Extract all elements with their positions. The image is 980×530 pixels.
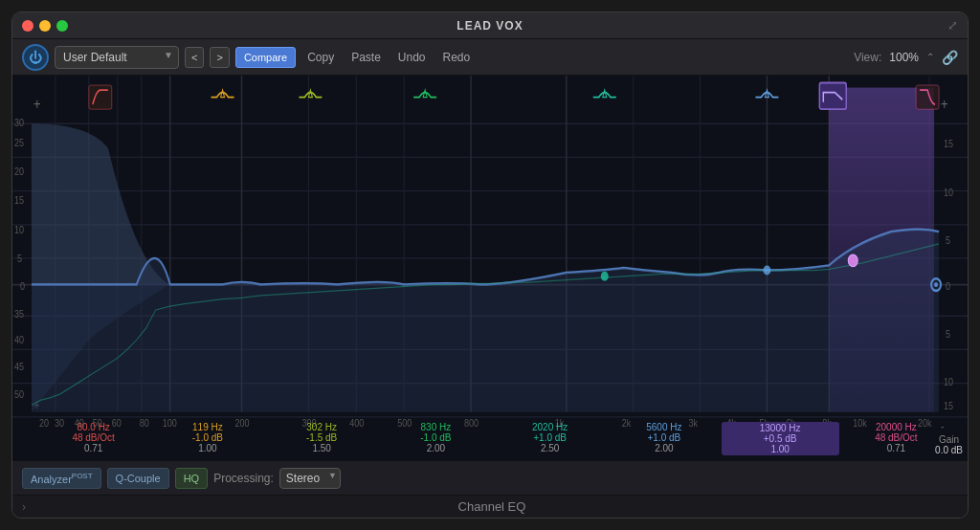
bottom-bar: AnalyzerPOST Q-Couple HQ Processing: Ste… <box>12 460 968 495</box>
band1-info[interactable]: 80.0 Hz 48 dB/Oct 0.71 <box>36 422 150 455</box>
band2-q: 1.00 <box>150 443 264 453</box>
band4-info[interactable]: 830 Hz -1.0 dB 2.00 <box>379 422 493 455</box>
analyzer-button[interactable]: AnalyzerPOST <box>22 468 101 489</box>
svg-point-71 <box>601 272 609 281</box>
band8-freq: 20000 Hz <box>839 422 953 432</box>
view-value[interactable]: 100% <box>889 51 919 64</box>
title-bar: LEAD VOX ⤢ <box>12 12 968 39</box>
band5-info[interactable]: 2020 Hz +1.0 dB 2.50 <box>493 422 607 455</box>
band3-q: 1.50 <box>265 443 379 453</box>
svg-rect-76 <box>89 85 112 109</box>
svg-text:+: + <box>33 96 41 113</box>
view-stepper[interactable]: ⌃ <box>926 52 934 62</box>
view-label: View: <box>854 51 881 64</box>
svg-text:0: 0 <box>20 280 25 292</box>
plugin-name: Channel EQ <box>26 499 958 514</box>
copy-button[interactable]: Copy <box>301 47 340 68</box>
svg-text:10: 10 <box>14 224 24 235</box>
svg-text:5: 5 <box>946 234 950 246</box>
band5-q: 2.50 <box>493 443 607 453</box>
band8-info[interactable]: 20000 Hz 48 dB/Oct 0.71 <box>839 422 953 455</box>
processing-label: Processing: <box>213 472 274 485</box>
svg-text:20: 20 <box>14 166 24 177</box>
band6-info[interactable]: 5600 Hz +1.0 dB 2.00 <box>607 422 721 455</box>
analyzer-post-label: POST <box>72 472 93 480</box>
svg-text:5: 5 <box>17 253 22 264</box>
svg-text:40: 40 <box>14 334 24 345</box>
q-couple-button[interactable]: Q-Couple <box>107 468 169 489</box>
svg-point-73 <box>848 254 858 267</box>
processing-select[interactable]: Stereo <box>279 468 341 489</box>
svg-text:50: 50 <box>14 388 24 400</box>
band3-gain: -1.5 dB <box>265 432 379 443</box>
band5-freq: 2020 Hz <box>493 422 607 432</box>
svg-point-75 <box>934 282 938 287</box>
redo-button[interactable]: Redo <box>437 47 477 68</box>
svg-text:0: 0 <box>946 280 950 292</box>
link-icon[interactable]: 🔗 <box>942 50 958 65</box>
band8-q: 0.71 <box>839 443 953 453</box>
window-title: LEAD VOX <box>457 19 523 33</box>
nav-back-button[interactable]: < <box>185 47 204 68</box>
band4-freq: 830 Hz <box>379 422 493 432</box>
main-window: LEAD VOX ⤢ ⏻ User Default ▼ < > Compare … <box>11 11 969 519</box>
svg-text:15: 15 <box>14 194 24 206</box>
band-info-row: 80.0 Hz 48 dB/Oct 0.71 119 Hz -1.0 dB 1.… <box>36 422 953 455</box>
svg-text:5: 5 <box>946 328 950 340</box>
band7-info[interactable]: 13000 Hz +0.5 dB 1.00 <box>722 422 839 455</box>
close-button[interactable] <box>22 20 33 32</box>
band3-freq: 302 Hz <box>265 422 379 432</box>
band1-q: 0.71 <box>36 443 150 453</box>
band8-gain: 48 dB/Oct <box>839 432 953 443</box>
band3-info[interactable]: 302 Hz -1.5 dB 1.50 <box>265 422 379 455</box>
svg-text:10: 10 <box>944 376 953 387</box>
band7-gain: +0.5 dB <box>724 433 837 444</box>
band2-info[interactable]: 119 Hz -1.0 dB 1.00 <box>150 422 264 455</box>
paste-button[interactable]: Paste <box>345 47 387 68</box>
band6-q: 2.00 <box>607 443 721 453</box>
band7-q: 1.00 <box>724 444 837 454</box>
svg-text:30: 30 <box>14 117 24 128</box>
nav-forward-button[interactable]: > <box>210 47 229 68</box>
band2-freq: 119 Hz <box>150 422 264 432</box>
traffic-lights <box>22 20 68 32</box>
power-button[interactable]: ⏻ <box>22 44 49 71</box>
band5-gain: +1.0 dB <box>493 432 607 443</box>
hq-button[interactable]: HQ <box>175 468 209 489</box>
band7-freq: 13000 Hz <box>724 423 837 433</box>
svg-point-72 <box>763 265 770 275</box>
svg-text:15: 15 <box>944 138 953 149</box>
window-resize-icon[interactable]: ⤢ <box>947 18 958 33</box>
minimize-button[interactable] <box>39 20 51 32</box>
undo-button[interactable]: Undo <box>392 47 432 68</box>
maximize-button[interactable] <box>56 20 68 32</box>
svg-text:15: 15 <box>944 400 953 411</box>
toolbar-right: View: 100% ⌃ 🔗 <box>854 50 958 65</box>
svg-text:+: + <box>941 96 948 113</box>
band6-gain: +1.0 dB <box>607 432 721 443</box>
svg-text:25: 25 <box>14 137 24 148</box>
eq-canvas[interactable]: 20 30 40 50 60 80 100 200 300 400 500 80… <box>12 76 968 460</box>
band6-freq: 5600 Hz <box>607 422 721 432</box>
power-icon: ⏻ <box>29 50 42 65</box>
status-bar: › Channel EQ <box>12 495 968 518</box>
svg-text:10: 10 <box>944 187 953 198</box>
preset-select[interactable]: User Default <box>55 46 179 69</box>
band1-gain: 48 dB/Oct <box>36 432 150 443</box>
svg-text:45: 45 <box>14 361 24 372</box>
analyzer-label: Analyzer <box>31 473 72 484</box>
toolbar: ⏻ User Default ▼ < > Compare Copy Paste … <box>12 39 968 76</box>
band4-q: 2.00 <box>379 443 493 453</box>
eq-display: 20 30 40 50 60 80 100 200 300 400 500 80… <box>12 76 968 460</box>
band2-gain: -1.0 dB <box>150 432 264 443</box>
band1-freq: 80.0 Hz <box>36 422 150 432</box>
band4-gain: -1.0 dB <box>379 432 493 443</box>
svg-rect-84 <box>916 85 939 109</box>
svg-text:35: 35 <box>14 308 24 320</box>
compare-button[interactable]: Compare <box>235 47 296 68</box>
